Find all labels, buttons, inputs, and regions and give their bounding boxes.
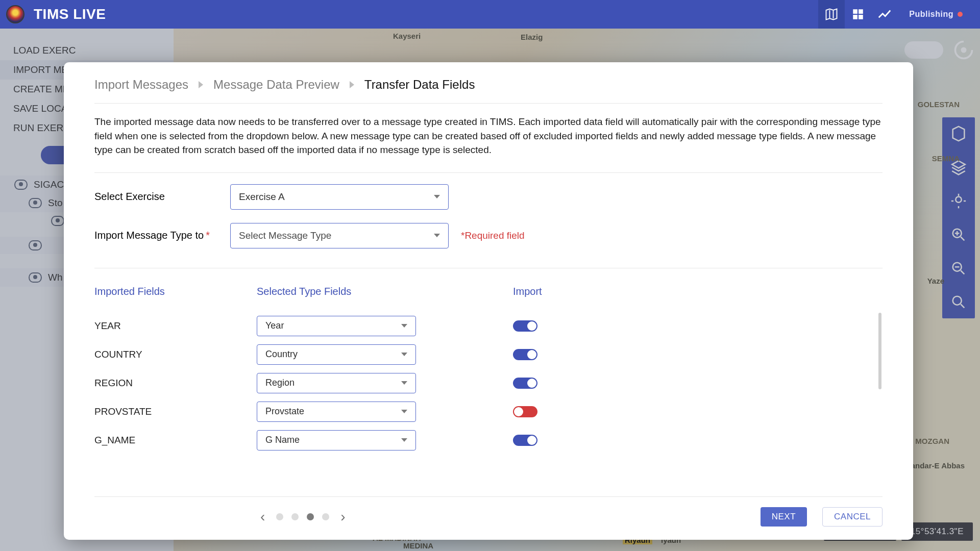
selected-type-value: G Name: [265, 435, 300, 445]
publishing-status: Publishing: [909, 10, 963, 19]
chevron-down-icon: [401, 324, 407, 328]
import-toggle[interactable]: [513, 378, 537, 389]
app-header: TIMS LIVE Publishing: [0, 0, 980, 29]
col-selected-type-fields: Selected Type Fields: [257, 286, 513, 297]
field-row: G_NAMEG Name: [94, 426, 883, 450]
col-imported-fields: Imported Fields: [94, 286, 257, 297]
divider: [94, 268, 883, 268]
required-field-note: *Required field: [461, 230, 525, 241]
chevron-down-icon: [401, 353, 407, 356]
trend-view-icon[interactable]: [871, 0, 898, 29]
form-row-select-exercise: Select Exercise Exercise A: [94, 184, 883, 210]
pager-prev[interactable]: ‹: [257, 509, 268, 525]
wizard-breadcrumb: Import Messages Message Data Preview Tra…: [94, 78, 883, 103]
pager-dot[interactable]: [291, 513, 299, 520]
divider: [94, 172, 883, 173]
chevron-down-icon: [401, 381, 407, 385]
breadcrumb-step-3: Transfer Data Fields: [364, 78, 475, 92]
selected-type-value: Year: [265, 320, 284, 331]
selected-type-dropdown[interactable]: Year: [257, 316, 416, 336]
selected-type-value: Provstate: [265, 406, 304, 417]
next-button-label: NEXT: [772, 512, 796, 522]
transfer-data-fields-modal: Import Messages Message Data Preview Tra…: [64, 62, 913, 540]
field-columns-header: Imported Fields Selected Type Fields Imp…: [94, 286, 883, 297]
select-exercise-label: Select Exercise: [94, 191, 230, 203]
divider: [94, 496, 883, 497]
import-toggle[interactable]: [513, 435, 537, 446]
select-exercise-dropdown[interactable]: Exercise A: [230, 184, 449, 210]
modal-description: The imported message data now needs to b…: [94, 115, 883, 157]
required-star-icon: *: [206, 230, 210, 241]
imported-field-name: REGION: [94, 378, 257, 389]
import-type-label-text: Import Message Type to: [94, 230, 204, 241]
selected-type-value: Country: [265, 349, 298, 360]
app-logo-icon: [6, 5, 24, 23]
chevron-right-icon: [350, 81, 354, 88]
chevron-down-icon: [401, 410, 407, 413]
chevron-down-icon: [401, 438, 407, 442]
publishing-label: Publishing: [909, 10, 953, 19]
imported-field-name: COUNTRY: [94, 349, 257, 360]
selected-type-dropdown[interactable]: Country: [257, 344, 416, 365]
chevron-down-icon: [434, 234, 440, 237]
field-row: PROVSTATEProvstate: [94, 397, 883, 426]
select-exercise-value: Exercise A: [239, 191, 285, 203]
selected-type-dropdown[interactable]: Region: [257, 373, 416, 393]
pager-dot[interactable]: [307, 513, 314, 520]
fields-scroll-area[interactable]: YEARYearCOUNTRYCountryREGIONRegionPROVST…: [94, 312, 883, 450]
form-row-import-type: Import Message Type to* Select Message T…: [94, 223, 883, 248]
divider: [94, 103, 883, 104]
imported-field-name: PROVSTATE: [94, 406, 257, 417]
pager-dot[interactable]: [276, 513, 283, 520]
import-type-dropdown[interactable]: Select Message Type: [230, 223, 449, 248]
import-toggle[interactable]: [513, 406, 537, 417]
cancel-button-label: CANCEL: [834, 512, 871, 522]
import-toggle[interactable]: [513, 349, 537, 360]
import-type-label: Import Message Type to*: [94, 230, 230, 241]
import-toggle[interactable]: [513, 320, 537, 332]
selected-type-dropdown[interactable]: Provstate: [257, 402, 416, 422]
field-row: REGIONRegion: [94, 369, 883, 397]
imported-field-name: G_NAME: [94, 435, 257, 446]
wizard-pager: ‹ ›: [257, 509, 349, 525]
field-row: YEARYear: [94, 312, 883, 340]
chevron-down-icon: [434, 195, 440, 198]
next-button[interactable]: NEXT: [761, 507, 807, 527]
map-view-icon[interactable]: [818, 0, 845, 29]
selected-type-dropdown[interactable]: G Name: [257, 430, 416, 450]
breadcrumb-step-2[interactable]: Message Data Preview: [213, 78, 339, 92]
pager-dot[interactable]: [322, 513, 329, 520]
selected-type-value: Region: [265, 378, 295, 388]
app-title: TIMS LIVE: [34, 6, 106, 22]
field-row: COUNTRYCountry: [94, 340, 883, 369]
grid-view-icon[interactable]: [845, 0, 871, 29]
import-type-placeholder: Select Message Type: [239, 230, 331, 241]
col-import: Import: [513, 286, 615, 297]
pager-next[interactable]: ›: [337, 509, 348, 525]
breadcrumb-step-1[interactable]: Import Messages: [94, 78, 188, 92]
imported-field-name: YEAR: [94, 320, 257, 332]
cancel-button[interactable]: CANCEL: [822, 507, 883, 527]
chevron-right-icon: [199, 81, 203, 88]
publishing-dot-icon: [958, 12, 963, 17]
